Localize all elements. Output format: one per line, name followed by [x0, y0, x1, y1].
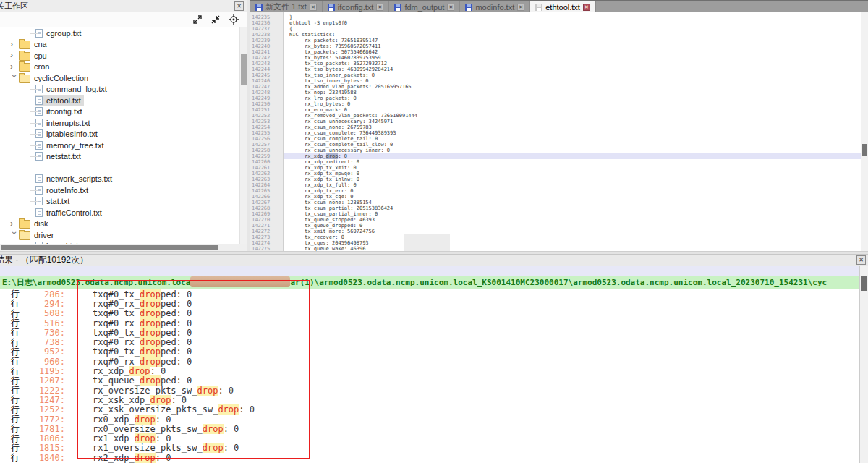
result-row[interactable]: 行1247:rx_xsk_xdp_drop: 0: [0, 395, 859, 404]
code-line: rx_xdp_tx_full: 0: [284, 182, 861, 188]
result-row[interactable]: 行1806:rx1_xdp_drop: 0: [0, 433, 859, 443]
tree-item-cyclicCollection[interactable]: ›cyclicCollection: [0, 72, 239, 84]
tab-ifconfig.txt[interactable]: ifconfig.txt✕: [323, 1, 390, 12]
editor-vertical-scrollbar-thumb[interactable]: [862, 144, 867, 156]
code-line: tx_csum_partial: 205153836424: [284, 205, 861, 211]
tree-item-inner: memory_free.txt: [35, 140, 106, 150]
result-row[interactable]: 行1195:rx_xdp_drop: 0: [0, 366, 859, 375]
result-row[interactable]: 行730:txq#0_tx_dropped: 0: [0, 328, 859, 337]
line-number: 142260: [250, 159, 283, 165]
tab-fdm_output[interactable]: fdm_output✕: [389, 1, 460, 12]
collapse-all-icon[interactable]: [210, 14, 221, 25]
line-number: 142240: [250, 43, 283, 49]
result-row[interactable]: 行1815:rx1_oversize_pkts_sw_drop: 0: [0, 443, 859, 453]
tree-horizontal-scrollbar[interactable]: [0, 244, 247, 251]
tab-ethtool.txt[interactable]: ethtool.txt✕: [530, 1, 596, 12]
results-vertical-scrollbar[interactable]: [859, 266, 868, 463]
tree-item-iptablesInfo.txt[interactable]: iptablesInfo.txt: [0, 129, 239, 140]
result-row-label: 行: [11, 451, 25, 463]
tree-item-cpu[interactable]: ›cpu: [0, 50, 239, 61]
tree-item-stat.txt[interactable]: stat.txt: [0, 196, 239, 208]
tab-modinfo.txt[interactable]: modinfo.txt✕: [460, 1, 530, 12]
result-row[interactable]: 行516:rxq#0_rx_dropped: 0: [0, 318, 859, 328]
expand-all-icon[interactable]: [192, 14, 203, 25]
editor-vertical-scrollbar[interactable]: [861, 12, 868, 251]
chevron-right-icon[interactable]: ›: [10, 220, 18, 228]
line-number: 142243: [250, 61, 283, 67]
tree-item-ethtool.txt[interactable]: ethtool.txt: [0, 95, 239, 106]
tree-item-routeInfo.txt[interactable]: routeInfo.txt: [0, 184, 239, 196]
tab-close-icon[interactable]: ✕: [517, 4, 524, 11]
tree-item-cron[interactable]: ›cron: [0, 61, 239, 73]
chevron-right-icon[interactable]: ›: [10, 51, 18, 59]
result-line-number: 960:: [25, 357, 65, 367]
tab-close-icon[interactable]: ✕: [447, 4, 454, 11]
workspace-panel: 关工作区 ✕ cgroup.txt›cna›cpu›cron›cyclicCol…: [0, 0, 247, 251]
editor[interactable]: 1422351422361422371422381422391422401422…: [250, 12, 861, 251]
line-number: 142273: [250, 234, 283, 240]
code-line: rx_csum_complete_tail: 0: [284, 136, 861, 142]
tree-item-cgroup.txt[interactable]: cgroup.txt: [0, 27, 239, 39]
file-icon: [35, 85, 43, 93]
result-row[interactable]: 行738:rxq#0_rx_dropped: 0: [0, 337, 859, 347]
workspace-close-button[interactable]: ✕: [234, 1, 244, 11]
result-row[interactable]: 行1781:rx0_oversize_pkts_sw_drop: 0: [0, 424, 859, 433]
result-row[interactable]: 行294:rxq#0_rx_dropped: 0: [0, 299, 859, 308]
tree-item-cna[interactable]: ›cna: [0, 39, 239, 51]
save-icon: [394, 4, 401, 11]
result-row[interactable]: 行508:txq#0_tx_dropped: 0: [0, 309, 859, 318]
result-text: txq#0_tx_dropped: 0: [93, 308, 192, 318]
tree-item-label: routeInfo.txt: [46, 186, 88, 195]
line-number: 142269: [250, 211, 283, 217]
file-icon: [35, 129, 43, 138]
chevron-right-icon[interactable]: ›: [10, 63, 18, 71]
line-number: 142239: [250, 38, 283, 43]
tab-新文件 1.txt[interactable]: 新文件 1.txt✕: [250, 1, 323, 12]
code-line: tx_tso_bytes: 463099429284214: [284, 67, 861, 72]
tree-item-interrupts.txt[interactable]: interrupts.txt: [0, 117, 239, 129]
code-line: rx_removed_vlan_packets: 736510091444: [284, 113, 861, 119]
path-redaction: [190, 276, 290, 287]
tree-item-label: ifconfig.txt: [46, 107, 82, 116]
line-number: 142270: [250, 217, 283, 223]
locate-file-icon[interactable]: [229, 14, 239, 25]
tree-item-disk[interactable]: ›disk: [0, 218, 239, 230]
result-row[interactable]: 行286:txq#0_tx_dropped: 0: [0, 289, 859, 299]
tree-horizontal-scrollbar-thumb[interactable]: [1, 245, 218, 250]
result-row[interactable]: 行1222:rx_oversize_pkts_sw_drop: 0: [0, 386, 859, 395]
tree-item-netstat.txt[interactable]: netstat.txt: [0, 151, 239, 163]
folder-icon: [19, 220, 30, 229]
tree-item-memory_free.txt[interactable]: memory_free.txt: [0, 140, 239, 151]
folder-icon: [19, 52, 30, 61]
result-row[interactable]: 行1840:rx2_xdp_drop: 0: [0, 453, 859, 462]
chevron-down-icon[interactable]: ›: [10, 232, 18, 239]
tree-item-network_scripts.txt[interactable]: network_scripts.txt: [0, 174, 239, 185]
line-number: 142245: [250, 72, 283, 78]
code-line: tx_tso_inner_bytes: 0: [284, 78, 861, 84]
result-row[interactable]: 行1772:rx0_xdp_drop: 0: [0, 415, 859, 424]
tree-item-ifconfig.txt[interactable]: ifconfig.txt: [0, 106, 239, 118]
tab-label: ethtool.txt: [545, 3, 580, 12]
tree-item-command_log.txt[interactable]: command_log.txt: [0, 84, 239, 95]
chevron-down-icon[interactable]: ›: [10, 75, 18, 82]
result-text: rx2_xdp_drop: 0: [93, 453, 171, 463]
result-row[interactable]: 行960:rxq#0_rx_dropped: 0: [0, 357, 859, 366]
result-row[interactable]: 行1252:rx_xsk_oversize_pkts_sw_drop: 0: [0, 405, 859, 415]
tree-vertical-scrollbar-thumb[interactable]: [241, 54, 247, 85]
tree-item-trafficControl.txt[interactable]: trafficControl.txt: [0, 207, 239, 218]
save-icon: [465, 4, 472, 11]
code-area[interactable]: }ethtool -S enp1s0f0{NIC statistics: rx_…: [284, 12, 861, 251]
tree-item-driver[interactable]: ›driver: [0, 229, 239, 241]
tab-close-icon[interactable]: ✕: [583, 4, 590, 11]
result-row[interactable]: 行1207:tx_queue_dropped: 0: [0, 376, 859, 386]
results-header: 结果 - （匹配10192次）: [0, 255, 868, 266]
tab-close-icon[interactable]: ✕: [376, 4, 383, 11]
result-row[interactable]: 行952:txq#0_tx_dropped: 0: [0, 347, 859, 357]
tab-close-icon[interactable]: ✕: [310, 4, 317, 11]
tree-vertical-scrollbar[interactable]: [239, 27, 247, 244]
chevron-right-icon[interactable]: ›: [10, 41, 18, 48]
results-vertical-scrollbar-thumb[interactable]: [861, 276, 867, 291]
file-icon: [35, 29, 43, 38]
result-line-number: 294:: [25, 299, 65, 309]
results-close-button[interactable]: ✕: [856, 255, 866, 265]
